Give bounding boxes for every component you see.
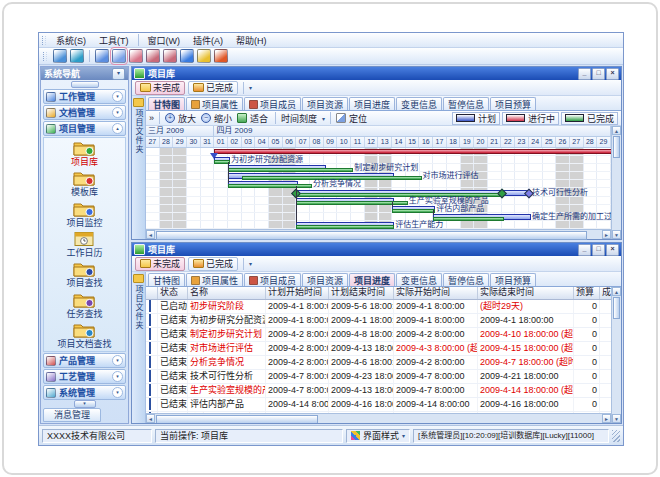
- tab-项目资源[interactable]: 项目资源: [302, 97, 348, 110]
- tab-暂停信息[interactable]: 暂停信息: [443, 97, 489, 110]
- column-header-名称[interactable]: 名称: [188, 287, 266, 299]
- tab-项目进度[interactable]: 项目进度: [349, 273, 395, 286]
- sidebar-item-模板库[interactable]: 模板库: [71, 170, 98, 197]
- sidebar-header-dropdown-icon[interactable]: ▾: [112, 68, 125, 80]
- table-row[interactable]: 已结束分析竞争情况2009-4-2 8:00:002009-4-6 18:00:…: [146, 356, 611, 370]
- project-folder-vertical-tab[interactable]: 项目文件夹: [132, 272, 146, 423]
- filter-button-已完成[interactable]: 已完成: [188, 81, 238, 95]
- help-icon[interactable]: [180, 49, 194, 63]
- tab-项目成员[interactable]: 项目成员: [244, 97, 301, 110]
- zoom-in-button[interactable]: 放大: [178, 112, 196, 125]
- interface-style-button[interactable]: 界面样式 ▾: [346, 429, 410, 443]
- column-header-实际结束时间[interactable]: 实际结束时间: [478, 287, 574, 299]
- sidebar-item-项目查找[interactable]: 项目查找: [66, 261, 102, 288]
- table-row[interactable]: 已结束制定初步研究计划2009-4-2 8:00:002009-4-8 18:0…: [146, 328, 611, 342]
- sidebar-more-button[interactable]: ▾: [74, 400, 96, 408]
- time-scale-button[interactable]: 时间刻度: [281, 112, 317, 125]
- locate-icon[interactable]: [336, 113, 346, 123]
- sidebar-group-文档管理[interactable]: 文档管理▾: [43, 105, 126, 120]
- gantt-horizontal-scrollbar[interactable]: ◄ ►: [146, 229, 611, 239]
- close-icon[interactable]: ×: [606, 68, 619, 80]
- filter-more-icon[interactable]: ▾: [249, 84, 252, 91]
- filter-more-icon[interactable]: ▾: [249, 260, 252, 267]
- sidebar-item-任务查找[interactable]: 任务查找: [66, 292, 102, 319]
- column-header-状态[interactable]: 状态: [158, 287, 188, 299]
- globe-icon[interactable]: [70, 49, 84, 63]
- menu-item[interactable]: 工具(T): [93, 34, 135, 47]
- expand-caret-icon[interactable]: ▾: [112, 355, 123, 366]
- scroll-down-icon[interactable]: ▼: [612, 230, 621, 239]
- resize-grip-icon[interactable]: [612, 430, 620, 442]
- tab-变更信息[interactable]: 变更信息: [396, 273, 442, 286]
- tab-甘特图[interactable]: 甘特图: [148, 273, 185, 286]
- table-row[interactable]: 已结束评估内部产品2009-4-14 8:00:002009-4-16 18:0…: [146, 398, 611, 412]
- sidebar-item-工作日历[interactable]: 工作日历: [66, 231, 102, 258]
- close-icon[interactable]: ×: [606, 244, 619, 256]
- sidebar-group-产品管理[interactable]: 产品管理▾: [43, 353, 126, 368]
- sidebar-group-工艺管理[interactable]: 工艺管理▾: [43, 369, 126, 384]
- fit-button[interactable]: 适合: [250, 112, 268, 125]
- column-header-icon[interactable]: [146, 287, 158, 299]
- sidebar-group-项目管理[interactable]: 项目管理▴: [43, 121, 126, 136]
- time-scale-caret-icon[interactable]: ▾: [322, 115, 325, 122]
- tab-项目属性[interactable]: 项目属性: [186, 97, 243, 110]
- scroll-up-icon[interactable]: ▲: [612, 126, 621, 135]
- tab-甘特图[interactable]: 甘特图: [148, 97, 185, 110]
- tab-项目进度[interactable]: 项目进度: [349, 97, 395, 110]
- sidebar-item-项目库[interactable]: 项目库: [71, 140, 98, 167]
- system-connect-icon[interactable]: [53, 49, 67, 63]
- table-horizontal-scrollbar[interactable]: ◄ ►: [146, 413, 611, 423]
- toolbar-overflow-button[interactable]: »: [149, 113, 154, 123]
- gantt-body[interactable]: 为初步研究分配资源制定初步研究计划对市场进行评估分析竞争情况技术可行性分析生产实…: [146, 148, 611, 229]
- form-remove-icon[interactable]: [163, 49, 177, 63]
- fit-icon[interactable]: [237, 113, 247, 123]
- tab-项目预算[interactable]: 项目预算: [490, 97, 536, 110]
- expand-caret-icon[interactable]: ▾: [112, 91, 123, 102]
- scroll-left-icon[interactable]: ◄: [146, 414, 155, 423]
- project-folder-vertical-tab[interactable]: 项目文件夹: [132, 96, 146, 239]
- minimize-icon[interactable]: _: [578, 68, 591, 80]
- folder-open-icon[interactable]: [95, 49, 109, 63]
- maximize-icon[interactable]: □: [592, 244, 605, 256]
- tab-变更信息[interactable]: 变更信息: [396, 97, 442, 110]
- maximize-icon[interactable]: □: [592, 68, 605, 80]
- filter-button-未完成[interactable]: 未完成: [135, 81, 185, 95]
- filter-button-已完成[interactable]: 已完成: [188, 257, 238, 271]
- scroll-left-icon[interactable]: ◄: [146, 230, 155, 239]
- minimize-icon[interactable]: _: [578, 244, 591, 256]
- zoom-in-icon[interactable]: +: [165, 113, 175, 123]
- expand-caret-icon[interactable]: ▾: [112, 107, 123, 118]
- table-row[interactable]: 已结束技术可行性分析2009-4-7 8:00:002009-4-23 18:0…: [146, 370, 611, 384]
- column-header-计划结束时间[interactable]: 计划结束时间: [329, 287, 394, 299]
- message-management-tab[interactable]: 消息管理: [43, 408, 101, 422]
- lock-icon[interactable]: [197, 49, 211, 63]
- column-header-实际开始时间[interactable]: 实际开始时间: [394, 287, 478, 299]
- sidebar-item-项目文档查找[interactable]: 项目文档查找: [57, 322, 111, 349]
- form-add-icon[interactable]: [146, 49, 160, 63]
- column-header-成[interactable]: 成: [600, 287, 611, 299]
- column-header-计划开始时间[interactable]: 计划开始时间: [266, 287, 329, 299]
- column-header-预算[interactable]: 预算: [574, 287, 600, 299]
- filter-button-未完成[interactable]: 未完成: [135, 257, 185, 271]
- tab-项目属性[interactable]: 项目属性: [186, 273, 243, 286]
- collapse-caret-icon[interactable]: ▴: [112, 123, 123, 134]
- tab-暂停信息[interactable]: 暂停信息: [443, 273, 489, 286]
- menu-item[interactable]: 帮助(H): [230, 34, 273, 47]
- exit-icon[interactable]: [214, 49, 228, 63]
- table-row[interactable]: 已结束对市场进行评估2009-4-2 8:00:002009-4-13 18:0…: [146, 342, 611, 356]
- table-row[interactable]: 已结束生产实验室规模的产品2009-4-7 8:00:002009-4-13 1…: [146, 384, 611, 398]
- table-row[interactable]: 已结束为初步研究分配资源2009-4-1 8:00:002009-4-1 18:…: [146, 314, 611, 328]
- menu-item[interactable]: 插件(A): [187, 34, 229, 47]
- gantt-vertical-scrollbar[interactable]: ▲ ▼: [611, 126, 621, 239]
- menu-item[interactable]: 窗口(W): [142, 34, 187, 47]
- sidebar-group-工作管理[interactable]: 工作管理▾: [43, 89, 126, 104]
- locate-button[interactable]: 定位: [349, 112, 367, 125]
- scroll-right-icon[interactable]: ►: [602, 230, 611, 239]
- sidebar-group-系统管理[interactable]: 系统管理▾: [43, 385, 126, 400]
- scroll-up-icon[interactable]: ▲: [612, 287, 621, 296]
- zoom-out-icon[interactable]: −: [201, 113, 211, 123]
- sidebar-item-项目监控[interactable]: 项目监控: [66, 201, 102, 228]
- tab-项目预算[interactable]: 项目预算: [490, 273, 536, 286]
- scroll-right-icon[interactable]: ►: [602, 414, 611, 423]
- scroll-down-icon[interactable]: ▼: [612, 414, 621, 423]
